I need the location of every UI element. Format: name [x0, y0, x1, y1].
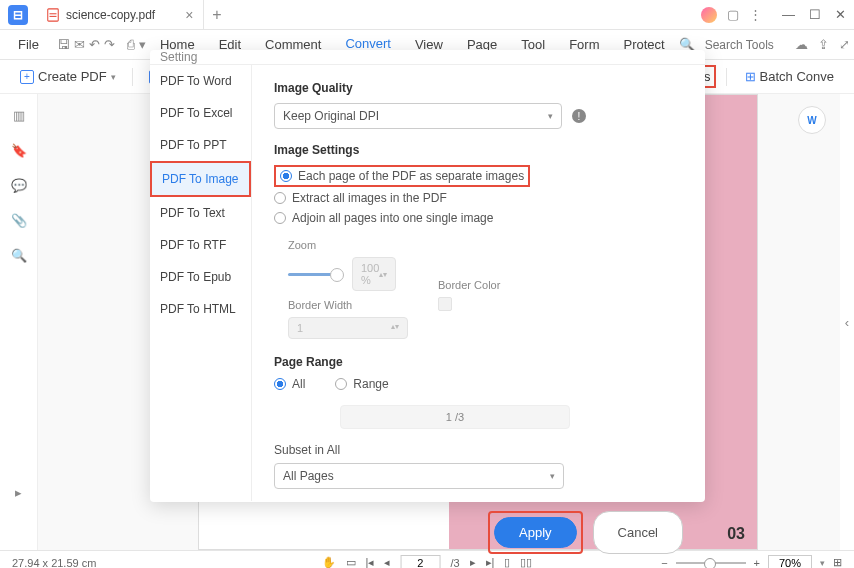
radio-all-pages[interactable]: All — [274, 377, 305, 391]
mail-icon[interactable]: ✉ — [74, 36, 85, 54]
notification-icon[interactable]: ▢ — [727, 7, 739, 22]
create-pdf-icon — [20, 70, 34, 84]
chevron-down-icon: ▾ — [111, 72, 116, 82]
zoom-value-input[interactable] — [768, 555, 812, 569]
save-icon[interactable]: 🖫 — [57, 36, 70, 54]
image-settings-label: Image Settings — [274, 143, 683, 157]
page-range-label: Page Range — [274, 355, 683, 369]
chevron-down-icon: ▾ — [550, 471, 555, 481]
radio-separate-images[interactable]: Each page of the PDF as separate images — [280, 169, 524, 183]
document-tab[interactable]: science-copy.pdf × — [36, 0, 204, 30]
thumbnails-icon[interactable]: ▥ — [13, 108, 25, 123]
range-input[interactable]: 1 /3 — [340, 405, 570, 429]
add-tab-button[interactable]: + — [212, 6, 221, 24]
cloud-upload-icon[interactable]: ☁ — [795, 37, 808, 52]
highlight-annotation: Each page of the PDF as separate images — [274, 165, 530, 187]
create-pdf-button[interactable]: Create PDF ▾ — [12, 65, 124, 88]
sidebar-item-excel[interactable]: PDF To Excel — [150, 97, 251, 129]
sync-icon[interactable] — [701, 7, 717, 23]
chevron-down-icon[interactable]: ▾ — [139, 36, 146, 54]
print-icon[interactable]: ⎙ — [127, 36, 135, 54]
svg-rect-2 — [50, 15, 57, 16]
border-color-label: Border Color — [438, 279, 500, 291]
redo-icon[interactable]: ↷ — [104, 36, 115, 54]
border-width-input[interactable]: 1▴▾ — [288, 317, 408, 339]
info-icon[interactable]: ! — [572, 109, 586, 123]
highlight-annotation: Apply — [488, 511, 583, 554]
radio-icon — [274, 212, 286, 224]
settings-modal: Setting PDF To Word PDF To Excel PDF To … — [150, 50, 705, 502]
sidebar-item-html[interactable]: PDF To HTML — [150, 293, 251, 325]
radio-adjoin-pages[interactable]: Adjoin all pages into one single image — [274, 211, 683, 225]
page-dimensions: 27.94 x 21.59 cm — [12, 557, 96, 569]
sidebar-item-word[interactable]: PDF To Word — [150, 65, 251, 97]
close-window-button[interactable]: ✕ — [835, 7, 846, 22]
tab-title: science-copy.pdf — [66, 8, 155, 22]
zoom-label: Zoom — [288, 239, 408, 251]
subset-label: Subset in All — [274, 443, 683, 457]
chevron-down-icon: ▾ — [548, 111, 553, 121]
sidebar-item-ppt[interactable]: PDF To PPT — [150, 129, 251, 161]
modal-sidebar: PDF To Word PDF To Excel PDF To PPT PDF … — [150, 65, 252, 501]
batch-icon: ⊞ — [745, 69, 756, 84]
svg-rect-1 — [50, 13, 57, 14]
pdf-file-icon — [46, 8, 60, 22]
radio-icon — [335, 378, 347, 390]
modal-title: Setting — [150, 50, 705, 65]
subset-select[interactable]: All Pages ▾ — [274, 463, 564, 489]
minimize-button[interactable]: — — [782, 7, 795, 22]
radio-extract-images[interactable]: Extract all images in the PDF — [274, 191, 683, 205]
radio-icon — [280, 170, 292, 182]
maximize-button[interactable]: ☐ — [809, 7, 821, 22]
left-sidebar: ▥ 🔖 💬 📎 🔍 ▸ — [0, 94, 38, 550]
word-export-badge[interactable]: W — [798, 106, 826, 134]
search-panel-icon[interactable]: 🔍 — [11, 248, 27, 263]
image-quality-label: Image Quality — [274, 81, 683, 95]
zoom-in-icon[interactable]: + — [754, 557, 760, 569]
sidebar-item-text[interactable]: PDF To Text — [150, 197, 251, 229]
fit-page-icon[interactable]: ⊞ — [833, 556, 842, 568]
right-rail-collapse[interactable]: ‹ — [840, 94, 854, 550]
radio-range-pages[interactable]: Range — [335, 377, 388, 391]
sidebar-item-epub[interactable]: PDF To Epub — [150, 261, 251, 293]
svg-rect-0 — [48, 8, 59, 20]
radio-icon — [274, 378, 286, 390]
apply-button[interactable]: Apply — [494, 517, 577, 548]
file-menu[interactable]: File — [12, 37, 45, 52]
page-number-overlay: 03 — [727, 525, 745, 543]
border-color-picker[interactable] — [438, 297, 452, 311]
attachment-icon[interactable]: 📎 — [11, 213, 27, 228]
app-icon: ⊟ — [8, 5, 28, 25]
modal-content: Image Quality Keep Original DPI ▾ ! Imag… — [252, 65, 705, 501]
undo-icon[interactable]: ↶ — [89, 36, 100, 54]
zoom-slider[interactable] — [288, 273, 338, 276]
close-tab-icon[interactable]: × — [185, 7, 193, 23]
border-width-label: Border Width — [288, 299, 408, 311]
search-tools-input[interactable] — [705, 38, 785, 52]
sidebar-item-rtf[interactable]: PDF To RTF — [150, 229, 251, 261]
expand-icon[interactable]: ⤢ — [839, 37, 850, 52]
share-icon[interactable]: ⇪ — [818, 37, 829, 52]
bookmark-icon[interactable]: 🔖 — [11, 143, 27, 158]
modal-footer: Apply Cancel — [150, 501, 705, 564]
comment-icon[interactable]: 💬 — [11, 178, 27, 193]
menu-dots-icon[interactable]: ⋮ — [749, 7, 762, 22]
expand-panel-icon[interactable]: ▸ — [15, 485, 22, 500]
titlebar: ⊟ science-copy.pdf × + ▢ ⋮ — ☐ ✕ — [0, 0, 854, 30]
cancel-button: Cancel — [593, 511, 683, 554]
zoom-value-box: 100 %▴▾ — [352, 257, 396, 291]
sidebar-item-image[interactable]: PDF To Image — [150, 161, 251, 197]
image-quality-select[interactable]: Keep Original DPI ▾ — [274, 103, 562, 129]
radio-icon — [274, 192, 286, 204]
batch-convert-button[interactable]: ⊞ Batch Conve — [737, 65, 842, 88]
